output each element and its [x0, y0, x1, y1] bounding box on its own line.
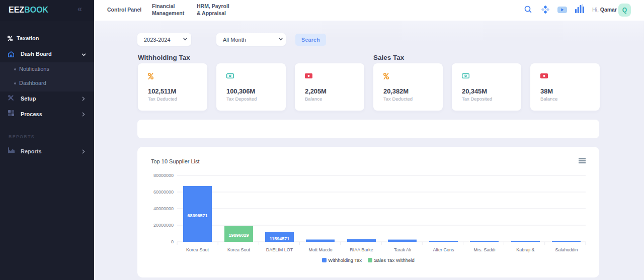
svg-text:Korea Sout: Korea Sout: [227, 247, 251, 252]
svg-text:Tarak Ali: Tarak Ali: [394, 247, 411, 252]
svg-text:DAELIM LOT: DAELIM LOT: [266, 247, 293, 252]
svg-text:Salahuddin: Salahuddin: [555, 247, 578, 252]
svg-text:19896029: 19896029: [228, 233, 249, 238]
svg-text:Mrs. Saddi: Mrs. Saddi: [473, 247, 495, 252]
svg-text:40000000: 40000000: [153, 206, 174, 211]
svg-text:11594571: 11594571: [270, 236, 290, 241]
svg-text:80000000: 80000000: [153, 173, 174, 178]
svg-text:Kabraji &: Kabraji &: [516, 247, 535, 252]
svg-text:Mott Macdo: Mott Macdo: [308, 247, 332, 252]
svg-text:60000000: 60000000: [153, 190, 174, 195]
svg-text:RIAA Barke: RIAA Barke: [350, 247, 373, 252]
svg-text:20000000: 20000000: [153, 223, 174, 228]
svg-text:Korea Sout: Korea Sout: [186, 247, 209, 252]
svg-text:68396571: 68396571: [187, 213, 207, 218]
svg-text:Alter Cons: Alter Cons: [433, 247, 454, 252]
svg-text:0: 0: [171, 239, 174, 244]
